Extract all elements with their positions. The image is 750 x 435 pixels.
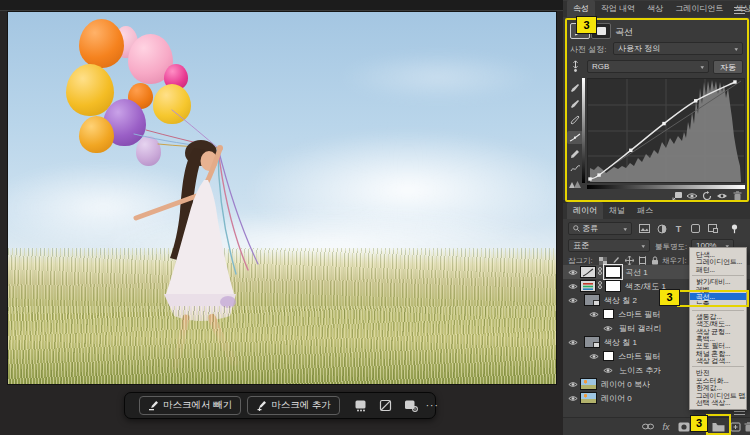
properties-panel-menu-icon[interactable]: [734, 7, 745, 14]
taskbar-more-options-button[interactable]: ···: [424, 400, 441, 411]
menu-item[interactable]: 단색...: [690, 251, 746, 258]
layer-filter-toggle-icon[interactable]: [727, 222, 742, 235]
gray-point-eyedropper-icon[interactable]: [567, 97, 583, 110]
tab-패스[interactable]: 패스: [631, 202, 659, 219]
curve-point: [694, 99, 697, 102]
mask-properties-button[interactable]: [404, 396, 418, 415]
preset-dropdown[interactable]: 사용자 정의▾: [613, 42, 743, 55]
layer-name: 스마트 필터: [618, 309, 660, 320]
tab-속성[interactable]: 속성: [567, 0, 595, 17]
brush-minus-icon: [148, 400, 159, 411]
tab-작업 내역[interactable]: 작업 내역: [595, 0, 641, 17]
curve-point: [629, 149, 632, 152]
image-layer-thumbnail[interactable]: [580, 392, 597, 404]
layer-visibility-toggle[interactable]: [566, 381, 580, 388]
curve-point: [733, 80, 736, 83]
tab-채널[interactable]: 채널: [603, 202, 631, 219]
blend-mode-dropdown[interactable]: 표준▾: [568, 239, 650, 252]
subtract-from-mask-button[interactable]: 마스크에서 빼기: [139, 396, 241, 415]
adjustment-thumbnail[interactable]: [580, 280, 596, 292]
new-layer-icon[interactable]: [728, 420, 742, 433]
menu-item[interactable]: 밝기/대비...: [690, 278, 746, 285]
menu-item[interactable]: 한계값...: [690, 384, 746, 391]
filter-type-layers-icon[interactable]: T: [671, 222, 686, 235]
filter-smart-object-icon[interactable]: [705, 222, 720, 235]
menu-item[interactable]: 색상 균형...: [690, 328, 746, 335]
menu-item[interactable]: 패턴...: [690, 266, 746, 273]
draw-curve-pencil-icon[interactable]: [567, 147, 583, 160]
layer-visibility-toggle[interactable]: [566, 283, 580, 290]
document-canvas[interactable]: [7, 11, 557, 385]
filter-shape-layers-icon[interactable]: [688, 222, 703, 235]
channel-dropdown[interactable]: RGB▾: [587, 60, 709, 73]
menu-item[interactable]: 포스터화...: [690, 377, 746, 384]
black-point-eyedropper-icon[interactable]: [567, 81, 583, 94]
edit-points-curve-tool-icon[interactable]: [567, 131, 583, 144]
filter-image-layers-icon[interactable]: [637, 222, 652, 235]
step-badge: 3: [659, 289, 680, 306]
adjustment-thumbnail[interactable]: [580, 266, 596, 278]
layer-visibility-toggle[interactable]: [566, 269, 580, 276]
menu-item[interactable]: 그레이디언트...: [690, 258, 746, 265]
add-to-mask-button[interactable]: 마스크에 추가: [247, 396, 340, 415]
brush-plus-icon: [256, 400, 267, 411]
layer-visibility-toggle[interactable]: [566, 395, 580, 402]
photo-grass-foreground: [8, 306, 557, 385]
layer-visibility-toggle[interactable]: [587, 353, 601, 360]
eye-icon: [603, 367, 613, 374]
add-layer-mask-icon[interactable]: [677, 420, 691, 433]
contextual-task-bar: 마스크에서 빼기 마스크에 추가 ···: [124, 392, 436, 419]
select-and-mask-button[interactable]: [354, 396, 367, 415]
targeted-adjustment-tool-icon[interactable]: [567, 59, 583, 72]
disable-mask-button[interactable]: [379, 396, 392, 415]
auto-button[interactable]: 자동: [713, 60, 743, 74]
menu-item[interactable]: 선택 색상...: [690, 399, 746, 406]
menu-item[interactable]: 색조/채도...: [690, 320, 746, 327]
delete-layer-trash-icon[interactable]: [741, 420, 750, 433]
menu-item[interactable]: 생동감...: [690, 313, 746, 320]
menu-item-selected[interactable]: 곡선...: [690, 293, 746, 300]
layer-visibility-toggle[interactable]: [587, 311, 601, 318]
new-group-folder-icon[interactable]: [711, 420, 725, 433]
layer-mask-thumbnail[interactable]: [605, 280, 621, 292]
layer-visibility-toggle[interactable]: [601, 325, 615, 332]
layer-name: 스마트 필터: [618, 351, 660, 362]
layers-bottom-bar: fx: [563, 417, 750, 435]
menu-item[interactable]: 흑백...: [690, 335, 746, 342]
fill-layer-thumbnail[interactable]: [584, 294, 600, 306]
menu-item[interactable]: 그레이디언트 맵...: [690, 392, 746, 399]
menu-item[interactable]: 노출...: [690, 300, 746, 307]
tab-색상[interactable]: 색상: [641, 0, 669, 17]
tab-그레이디언트[interactable]: 그레이디언트: [669, 0, 729, 17]
menu-item[interactable]: 색상 검색...: [690, 357, 746, 364]
layer-mask-thumbnail[interactable]: [605, 266, 621, 278]
image-layer-thumbnail[interactable]: [580, 378, 597, 390]
layer-name: 곡선 1: [625, 267, 648, 278]
menu-item[interactable]: 포토 필터...: [690, 342, 746, 349]
properties-panel-tabbar: 속성작업 내역색상그레이디언트색상 견본: [563, 1, 750, 17]
layer-filter-kind-dropdown[interactable]: 종류▾: [568, 222, 632, 235]
add-to-mask-label: 마스크에 추가: [271, 399, 331, 412]
smooth-curve-icon[interactable]: [567, 162, 583, 175]
smart-filter-mask-thumbnail[interactable]: [603, 309, 614, 319]
curves-histogram-grid[interactable]: [587, 78, 745, 183]
blend-mode-value: 표준: [573, 240, 589, 251]
layer-name: 색상 칠 1: [604, 337, 637, 348]
layer-style-fx-icon[interactable]: fx: [659, 420, 673, 433]
tab-레이어[interactable]: 레이어: [567, 202, 603, 219]
link-layers-icon[interactable]: [641, 420, 655, 433]
histogram-clipping-icon[interactable]: [567, 177, 583, 190]
menu-item[interactable]: 반전: [690, 369, 746, 376]
adjustment-title: 곡선: [615, 26, 633, 39]
menu-separator: [692, 366, 744, 367]
layer-visibility-toggle[interactable]: [601, 367, 615, 374]
layer-visibility-toggle[interactable]: [566, 297, 580, 304]
layer-visibility-toggle[interactable]: [566, 339, 580, 346]
menu-item[interactable]: 레벨...: [690, 286, 746, 293]
layer-name: 레이어 0 복사: [601, 379, 650, 390]
smart-filter-mask-thumbnail[interactable]: [603, 351, 614, 361]
menu-item[interactable]: 채널 혼합...: [690, 350, 746, 357]
fill-layer-thumbnail[interactable]: [584, 336, 600, 348]
filter-adjustment-layers-icon[interactable]: [654, 222, 669, 235]
white-point-eyedropper-icon[interactable]: [567, 113, 583, 126]
